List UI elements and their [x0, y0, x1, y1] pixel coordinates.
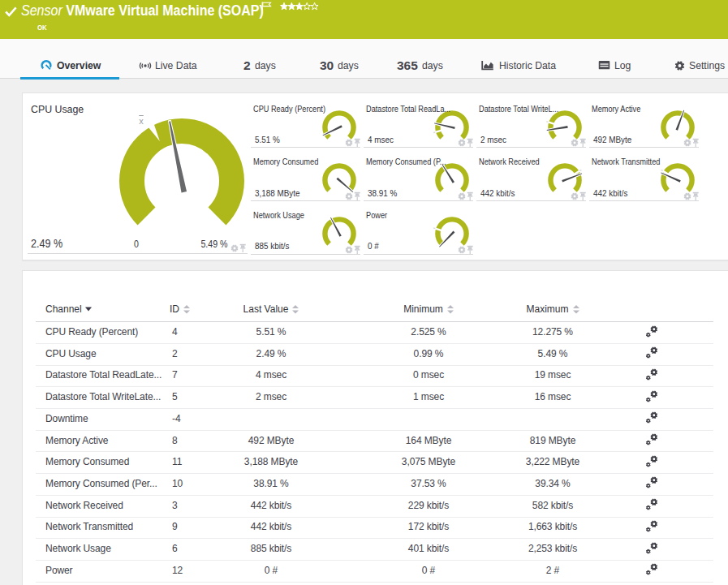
channel-row-memory-active-last-value: 492 MByte: [182, 435, 360, 446]
chart-icon: [481, 59, 494, 72]
tab-label: days: [422, 59, 443, 71]
gauge-value-memory-active: 492 MByte: [593, 135, 631, 144]
channel-row-power-maximum: 2 #: [463, 565, 642, 576]
channel-row-network-received-id: 3: [172, 500, 178, 511]
channel-settings-icon[interactable]: [644, 346, 661, 362]
channel-row-cpu-usage-maximum: 5.49 %: [463, 348, 642, 359]
channel-row-memory-active-id: 8: [172, 435, 178, 446]
channel-row-datastore-total-writelate-id: 5: [172, 391, 178, 402]
log-icon: [598, 59, 610, 72]
gauge-value-power: 0 #: [368, 241, 379, 251]
sort-icon: [447, 305, 454, 314]
channel-row-datastore-total-writelate-name: Datastore Total WriteLate...: [45, 391, 161, 402]
row-separator: [36, 473, 713, 474]
gauge-value-network-usage: 885 kbit/s: [255, 241, 289, 251]
tile-underline: [364, 254, 473, 255]
channel-settings-icon[interactable]: [644, 432, 661, 449]
channel-row-datastore-total-readlate-id: 7: [172, 369, 178, 381]
tab-days-number: 2: [243, 58, 251, 73]
sensor-overview-page: Sensor VMware Virtual Machine (SOAP) OK …: [0, 0, 728, 585]
channel-row-network-usage-id: 6: [172, 543, 178, 554]
gauge-title-datastore-total-readla: Datastore Total ReadLa...: [366, 104, 450, 114]
tab-historic-data[interactable]: Historic Data: [481, 45, 559, 85]
tab-label: Live Data: [155, 59, 197, 71]
channel-settings-icon[interactable]: [644, 519, 661, 536]
column-header-id[interactable]: ID: [170, 303, 190, 315]
channel-row-cpu-ready-percent-maximum: 12.275 %: [463, 326, 642, 338]
channel-settings-icon[interactable]: [644, 541, 661, 557]
channel-row-memory-active-maximum: 819 MByte: [463, 435, 642, 446]
channel-row-cpu-ready-percent-id: 4: [172, 326, 178, 338]
channel-settings-icon[interactable]: [644, 325, 661, 341]
tab-30-days[interactable]: 30days: [320, 45, 360, 85]
sort-icon: [292, 305, 299, 314]
gauge-value-datastore-total-readla: 4 msec: [368, 135, 394, 144]
channel-settings-icon[interactable]: [644, 411, 661, 427]
channel-settings-icon[interactable]: [644, 368, 661, 384]
row-separator: [36, 430, 713, 431]
channel-row-downtime-name: Downtime: [45, 413, 88, 424]
sensor-name: VMware Virtual Machine (SOAP): [66, 2, 264, 19]
tile-underline: [476, 200, 586, 201]
channel-row-network-transmitted-id: 9: [172, 521, 178, 532]
tab-label: days: [255, 59, 276, 71]
row-separator: [36, 408, 713, 409]
channels-table-panel: ChannelIDLast ValueMinimumMaximumCPU Rea…: [22, 270, 728, 585]
sorted-desc-icon: [85, 307, 92, 312]
tab-log[interactable]: Log: [598, 45, 632, 85]
channel-row-memory-consumed-per-last-value: 38.91 %: [182, 478, 360, 489]
gauge-value-datastore-total-writel: 2 msec: [480, 135, 506, 144]
tab-live-data[interactable]: Live Data: [139, 45, 200, 85]
gauge-title-network-received: Network Received: [479, 157, 540, 166]
stars-svg: [280, 2, 319, 11]
column-header-channel[interactable]: Channel: [45, 303, 92, 315]
row-separator: [36, 343, 713, 344]
channel-row-network-received-name: Network Received: [45, 500, 123, 511]
gauge-title-power: Power: [366, 210, 387, 220]
sort-icon: [573, 305, 579, 314]
row-separator: [36, 582, 713, 583]
gear-icon: [674, 59, 685, 72]
tile-underline: [251, 147, 360, 148]
cpu-usage-gauge: [112, 111, 252, 251]
column-header-label: Minimum: [403, 303, 443, 315]
big-tile-gear-pin-icons: [230, 243, 251, 254]
flag-icon-svg: [261, 2, 272, 11]
column-header-maximum[interactable]: Maximum: [480, 303, 626, 315]
gauges-panel: CPU Usagex2.49 %05.49 %CPU Ready (Percen…: [22, 92, 728, 260]
channel-row-datastore-total-readlate-name: Datastore Total ReadLate...: [45, 369, 162, 381]
channel-row-power-last-value: 0 #: [182, 565, 360, 576]
row-separator: [36, 538, 713, 539]
tab-label: Log: [614, 59, 631, 71]
channel-settings-icon[interactable]: [644, 454, 661, 471]
channel-row-memory-consumed-per-name: Memory Consumed (Per...: [45, 478, 157, 489]
channel-settings-icon[interactable]: [644, 389, 661, 406]
gauge-icon: [40, 59, 54, 72]
gauge-value-memory-consumed: 3,188 MByte: [255, 188, 300, 198]
column-header-label: Channel: [45, 303, 82, 315]
sensor-kind-label: Sensor: [21, 2, 62, 19]
channel-row-network-transmitted-last-value: 442 kbit/s: [182, 521, 360, 532]
average-marker-label: x: [133, 116, 149, 126]
gauge-value-network-transmitted: 442 kbit/s: [593, 188, 627, 198]
channel-settings-icon[interactable]: [644, 475, 661, 492]
tile-underline: [251, 254, 360, 255]
tab-overview[interactable]: Overview: [40, 45, 103, 85]
channel-row-memory-consumed-id: 11: [172, 456, 182, 467]
tab-2-days[interactable]: 2days: [243, 45, 277, 85]
gauge-value-memory-consumed-p: 38.91 %: [368, 188, 397, 198]
tab-365-days[interactable]: 365days: [397, 45, 444, 85]
status-badge: OK: [37, 23, 47, 32]
tab-label: Settings: [689, 59, 725, 71]
tab-settings[interactable]: Settings: [674, 45, 727, 85]
row-separator: [36, 560, 713, 561]
sort-icon: [183, 305, 190, 314]
channel-settings-icon[interactable]: [644, 562, 661, 579]
channel-row-cpu-ready-percent-name: CPU Ready (Percent): [45, 326, 138, 338]
gauge-title-memory-active: Memory Active: [592, 104, 640, 114]
channel-row-memory-consumed-name: Memory Consumed: [45, 456, 129, 467]
gauge-title-memory-consumed: Memory Consumed: [253, 157, 318, 166]
channel-row-network-usage-last-value: 885 kbit/s: [182, 543, 360, 554]
column-header-last-value[interactable]: Last Value: [198, 303, 344, 315]
channel-settings-icon[interactable]: [644, 497, 661, 514]
